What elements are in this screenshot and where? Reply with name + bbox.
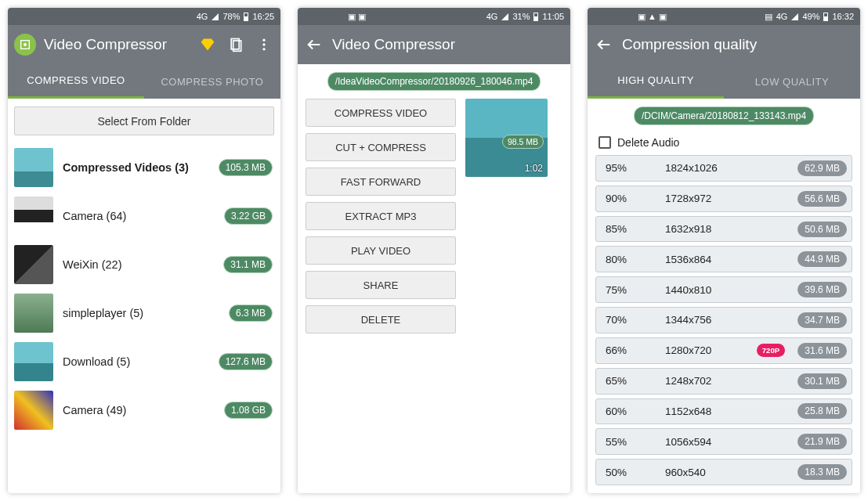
action-button-delete[interactable]: DELETE [306,305,456,333]
signal-icon [501,13,508,20]
action-button-compress-video[interactable]: COMPRESS VIDEO [306,99,456,127]
quality-percent: 80% [606,254,651,265]
folder-row[interactable]: Download (5)127.6 MB [8,337,280,386]
folder-size-badge: 1.08 GB [224,402,273,419]
clock: 16:25 [252,12,274,21]
quality-percent: 75% [606,284,651,296]
folder-row[interactable]: WeiXin (22)31.1 MB [8,240,280,289]
tab-compress-photo[interactable]: COMPRESS PHOTO [144,64,280,99]
select-from-folder-button[interactable]: Select From Folder [14,106,274,135]
quality-row[interactable]: 95%1824x102662.9 MB [595,155,852,182]
quality-row[interactable]: 65%1248x70230.1 MB [595,368,852,395]
video-thumbnail[interactable]: 98.5 MB 1:02 [465,99,548,177]
quality-percent: 95% [606,162,651,174]
battery-pct: 49% [802,12,819,21]
battery-pct: 31% [512,12,530,21]
quality-percent: 85% [606,223,651,235]
premium-diamond-icon[interactable] [197,34,218,55]
folder-label: Camera (49) [63,404,215,416]
back-icon[interactable] [594,34,614,55]
app-logo-icon [14,34,36,56]
quality-size-badge: 39.6 MB [797,282,847,297]
quality-resolution: 1344x756 [651,314,797,326]
svg-point-5 [262,43,265,45]
folder-thumb [14,342,53,381]
folder-row[interactable]: Camera (49)1.08 GB [8,386,280,434]
quality-percent: 90% [606,193,651,204]
quality-row[interactable]: 55%1056x59421.9 MB [595,428,852,455]
folder-size-badge: 127.6 MB [219,353,273,370]
quality-size-badge: 62.9 MB [797,160,847,176]
tab-compress-video[interactable]: COMPRESS VIDEO [8,64,144,99]
folder-row[interactable]: Camera (64)3.22 GB [8,192,280,240]
phone-screen-actions: ▣ ▣ 4G 31% 11:05 Video Compressor /IdeaV… [298,8,570,493]
action-button-extract-mp-[interactable]: EXTRACT MP3 [306,202,456,230]
quality-percent: 70% [606,314,651,326]
folder-list[interactable]: Compressed Videos (3)105.3 MBCamera (64)… [8,143,280,493]
page-title: Video Compressor [332,36,455,53]
svg-point-1 [24,43,27,46]
quality-row[interactable]: 75%1440x81039.6 MB [595,276,852,303]
action-button-play-video[interactable]: PLAY VIDEO [306,236,456,265]
app-bar: Compression quality [588,25,860,64]
action-button-cut-compress[interactable]: CUT + COMPRESS [306,133,456,161]
folder-thumb [14,196,53,236]
folder-row[interactable]: Compressed Videos (3)105.3 MB [8,143,280,192]
signal-icon [212,13,219,20]
folder-size-badge: 6.3 MB [229,305,273,322]
quality-percent: 60% [606,405,651,417]
clock: 16:32 [832,12,854,21]
svg-point-4 [262,39,265,41]
quality-row[interactable]: 60%1152x64825.8 MB [595,398,852,425]
quality-percent: 55% [606,436,651,448]
quality-row[interactable]: 90%1728x97256.6 MB [595,186,852,212]
more-menu-icon[interactable] [254,34,274,55]
quality-list[interactable]: 95%1824x102662.9 MB90%1728x97256.6 MB85%… [588,155,860,493]
back-icon[interactable] [304,34,324,55]
folder-thumb [14,148,53,187]
quality-size-badge: 34.7 MB [797,312,847,328]
app-bar: Video Compressor [298,25,570,64]
quality-row[interactable]: 50%960x54018.3 MB [595,459,852,485]
phone-screen-folders: 4G 78% 16:25 Video Compressor COMPRESS V… [8,8,280,493]
tab-high-quality[interactable]: HIGH QUALITY [588,64,724,99]
folder-thumb [14,391,53,430]
delete-audio-row[interactable]: Delete Audio [588,130,860,155]
phone-screen-quality: ▣ ▲ ▣ ▤ 4G 49% 16:32 Compression quality… [588,8,860,493]
quality-size-badge: 44.9 MB [797,251,847,267]
quality-percent: 50% [606,467,651,478]
folder-size-badge: 105.3 MB [219,159,273,176]
quality-size-badge: 31.6 MB [797,343,847,359]
quality-size-badge: 18.3 MB [797,464,847,480]
delete-audio-checkbox[interactable] [599,136,611,149]
quality-row[interactable]: 66%1280x720720P31.6 MB [595,337,852,364]
folder-label: simpleplayer (5) [63,307,219,319]
quality-size-badge: 30.1 MB [797,373,847,389]
quality-row[interactable]: 70%1344x75634.7 MB [595,307,852,333]
folder-row[interactable]: simpleplayer (5)6.3 MB [8,289,280,337]
quality-resolution: 1440x810 [651,284,797,296]
action-button-fast-forward[interactable]: FAST FORWARD [306,168,456,196]
clock: 11:05 [542,12,564,21]
network-icon: 4G [197,12,208,21]
battery-pct: 78% [222,12,240,21]
quality-resolution: 1056x594 [651,436,797,448]
signal-icon [791,13,798,20]
quality-resolution: 1536x864 [651,254,797,265]
status-bar: ▣ ▣ 4G 31% 11:05 [298,8,570,25]
batch-mode-icon[interactable] [226,34,246,55]
folder-label: Camera (64) [63,210,215,222]
quality-size-badge: 21.9 MB [797,434,847,449]
action-buttons: COMPRESS VIDEOCUT + COMPRESSFAST FORWARD… [306,99,456,333]
quality-row[interactable]: 85%1632x91850.6 MB [595,216,852,243]
tab-low-quality[interactable]: LOW QUALITY [724,64,860,99]
quality-resolution: 1728x972 [651,193,797,204]
media-type-tabs: COMPRESS VIDEO COMPRESS PHOTO [8,64,280,99]
battery-icon [533,13,538,21]
folder-label: Compressed Videos (3) [63,161,209,174]
quality-row[interactable]: 80%1536x86444.9 MB [595,246,852,272]
action-button-share[interactable]: SHARE [306,271,456,299]
quality-percent: 65% [606,375,651,387]
quality-size-badge: 25.8 MB [797,403,847,419]
svg-point-6 [262,48,265,50]
